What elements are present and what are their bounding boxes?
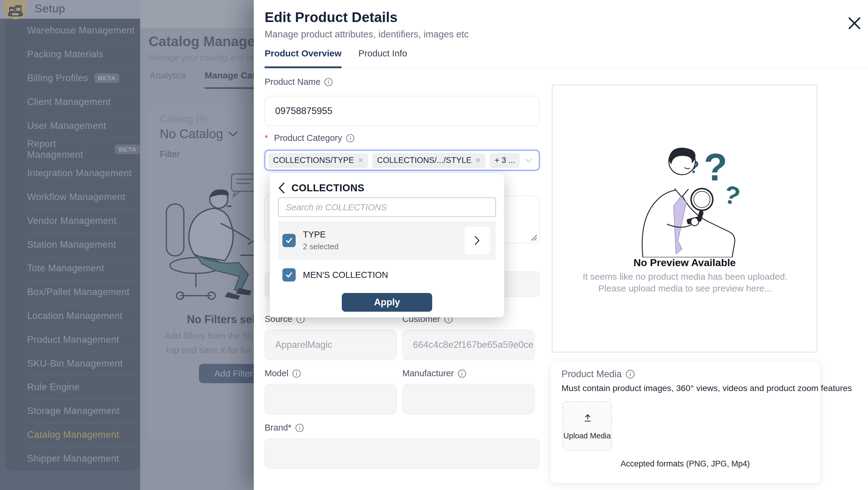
checkbox-checked[interactable] [282,268,296,282]
catalog-count: Catalog (9) [160,113,207,125]
sidebar-item-rule-engine[interactable]: Rule Engine [4,375,140,399]
tab-analytics[interactable]: Analytics [150,70,186,89]
upload-media-button[interactable]: Upload Media [562,401,612,451]
sidebar-item-vendor-management[interactable]: Vendor Management [4,209,140,233]
chevron-left-icon[interactable] [278,182,285,194]
sidebar-item-catalog-management[interactable]: Catalog Management [4,423,140,447]
sidebar-item-station-management[interactable]: Station Management [4,233,140,256]
category-dropdown: COLLECTIONS TYPE2 selectedMEN'S COLLECTI… [270,173,504,317]
customer-input: 664c4c8e2f167be65a59e0ce [402,330,534,360]
beta-badge: BETA [94,73,120,83]
info-icon [292,369,301,378]
sidebar-item-label: Vendor Management [27,215,116,226]
sidebar-item-user-management[interactable]: User Management [4,114,140,138]
tab-product-info[interactable]: Product Info [358,48,407,68]
sidebar-item-tote-management[interactable]: Tote Management [4,256,140,280]
page-content: Catalog Manageme Manage your catalog and… [140,28,254,490]
option-type[interactable]: TYPE2 selected [278,221,496,260]
no-preview-illustration: ? ? ? [625,134,745,257]
sidebar-item-label: Product Management [27,334,119,345]
remove-tag-icon[interactable]: × [476,156,481,165]
sidebar-item-label: Box/Pallet Management [27,287,130,297]
checkbox-checked[interactable] [282,234,296,247]
resize-grip[interactable] [530,233,537,241]
sidebar-item-label: Storage Management [27,405,120,416]
chevron-down-icon [525,158,532,163]
setup-submenu: Warehouse ManagementPacking MaterialsBil… [4,19,140,470]
sidebar-item-report-management[interactable]: Report ManagementBETA [4,138,140,162]
category-tag-label: COLLECTIONS/TYPE [273,156,354,165]
page-subtitle: Manage your catalog and produc [149,53,272,62]
page-header [140,0,254,28]
product-category-label: * Product Category [265,133,355,143]
modal-title: Edit Product Details [265,9,398,25]
no-preview-title: No Preview Available [553,257,817,268]
sidebar-item-location-management[interactable]: Location Management [4,304,140,328]
sidebar-item-packing-materials[interactable]: Packing Materials [4,42,140,66]
more-tags-badge[interactable]: + 3 ... [490,153,520,168]
sidebar-item-label: Integration Management [27,168,132,179]
sidebar-item-label: User Management [27,120,106,131]
sidebar: Warehouse ManagementPacking MaterialsBil… [0,0,140,490]
accepted-formats: Accepted formats (PNG, JPG, Mp4) [551,459,820,468]
upload-media-label: Upload Media [563,431,611,440]
model-input [265,384,397,414]
sidebar-item-label: Billing Profiles [27,73,88,84]
expand-chevron-button[interactable] [464,227,490,254]
catalog-selector[interactable]: No Catalog [160,127,238,141]
sidebar-item-storage-management[interactable]: Storage Management [4,399,140,423]
edit-product-modal: Edit Product Details Manage product attr… [254,0,868,490]
category-tag-label: COLLECTIONS/.../STYLE [377,156,472,165]
sidebar-item-label: Location Management [27,311,122,321]
tabline [149,89,254,89]
sidebar-item-integration-management[interactable]: Integration Management [4,162,140,185]
brand-input [265,438,539,468]
info-icon [625,369,635,379]
remove-tag-icon[interactable]: × [358,156,363,165]
option-selected-count: 2 selected [303,242,339,251]
info-icon [324,78,333,87]
sidebar-item-label: Rule Engine [27,382,80,393]
chevron-down-icon [228,131,238,137]
info-icon [346,134,355,143]
product-category-select[interactable]: COLLECTIONS/TYPE×COLLECTIONS/.../STYLE×+… [265,150,539,171]
sidebar-item-label: SKU-Bin Management [27,358,123,369]
product-media-subtitle: Must contain product images, 360° views,… [561,383,852,393]
search-input[interactable] [278,198,496,217]
dropdown-header: COLLECTIONS [278,181,496,195]
category-tag: COLLECTIONS/.../STYLE× [372,153,486,168]
sidebar-item-product-management[interactable]: Product Management [4,328,140,351]
sidebar-item-sku-bin-management[interactable]: SKU-Bin Management [4,351,140,375]
sidebar-item-label: Catalog Management [27,429,119,440]
no-filters-title: No Filters sele [187,313,261,326]
option-label: TYPE [303,230,339,239]
beta-badge: BETA [115,145,140,154]
dropdown-title: COLLECTIONS [291,182,364,194]
sidebar-item-workflow-management[interactable]: Workflow Management [4,185,140,209]
sidebar-item-box-pallet-management[interactable]: Box/Pallet Management [4,280,140,304]
apply-button[interactable]: Apply [342,293,432,312]
required-asterisk: * [265,133,268,143]
sidebar-item-label: Shipper Management [27,453,119,464]
model-label: Model [265,368,301,378]
product-preview-panel: ? ? ? No Preview Available It seems like… [552,85,817,352]
no-preview-message: It seems like no product media has been … [583,271,787,294]
close-icon[interactable] [847,16,862,31]
sidebar-item-label: Workflow Management [27,192,125,202]
product-name-input[interactable]: 09758875955 [265,96,539,126]
info-icon [295,423,304,432]
sidebar-item-shipper-management[interactable]: Shipper Management [4,446,140,470]
app-root: Warehouse ManagementPacking MaterialsBil… [0,0,868,490]
sidebar-item-billing-profiles[interactable]: Billing ProfilesBETA [4,66,140,90]
svg-text:?: ? [704,145,727,189]
product-name-label: Product Name [265,77,333,87]
sidebar-item-warehouse-management[interactable]: Warehouse Management [4,19,140,42]
sidebar-item-client-management[interactable]: Client Management [4,90,140,114]
sidebar-header: Setup [0,0,140,19]
option-men-s-collection[interactable]: MEN'S COLLECTION [278,264,496,286]
category-tag: COLLECTIONS/TYPE× [268,153,368,168]
product-media-card: Product Media Must contain product image… [550,362,820,483]
sidebar-item-label: Packing Materials [27,49,103,60]
filter-label: Filter [160,149,180,159]
tab-product-overview[interactable]: Product Overview [265,48,341,68]
